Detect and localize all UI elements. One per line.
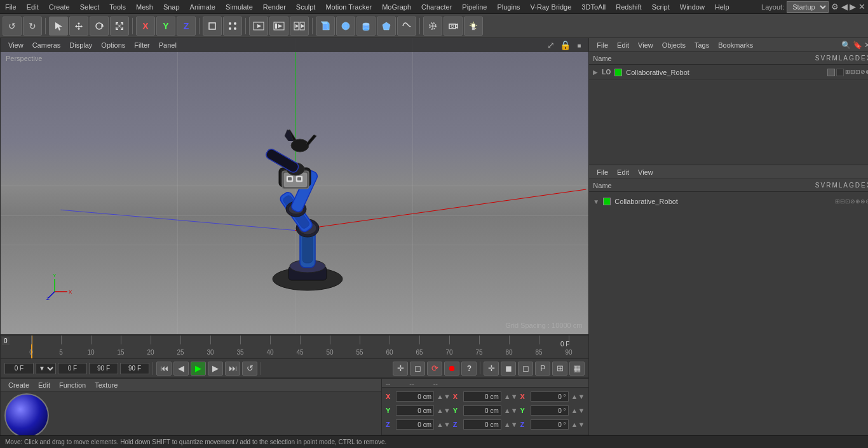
goto-end-button[interactable]: ⏭ (225, 362, 240, 376)
menu-snap[interactable]: Snap (158, 2, 185, 12)
points-mode-button[interactable] (223, 17, 242, 36)
autokey-button[interactable]: ⟳ (427, 362, 442, 376)
coord-y-rot[interactable] (531, 405, 569, 416)
menu-render[interactable]: Render (258, 2, 291, 12)
menu-redshift[interactable]: Redshift (611, 2, 646, 12)
menu-3dtoall[interactable]: 3DToAll (576, 2, 611, 12)
mat-menu-edit[interactable]: Edit (34, 380, 54, 390)
camera-button[interactable] (444, 17, 463, 36)
coord-y-pos[interactable] (396, 405, 434, 416)
render-all-button[interactable] (290, 17, 309, 36)
loop-button[interactable]: ↺ (242, 362, 257, 376)
obj-row-0[interactable]: ▶ LO Collaborative_Robot ⊞⊟⊡⊘⊕ (589, 65, 868, 80)
menu-file[interactable]: File (0, 2, 22, 12)
obj-menu-view[interactable]: View (634, 40, 657, 50)
vp-menu-view[interactable]: View (4, 40, 27, 50)
animation-mode-button[interactable]: ◼ (501, 362, 516, 376)
frame-mode-button[interactable]: ▦ (569, 362, 585, 376)
vp-menu-panel[interactable]: Panel (155, 40, 180, 50)
coord-x-pos[interactable] (396, 391, 434, 402)
cylinder-button[interactable] (356, 17, 376, 36)
play-button[interactable]: ▶ (191, 362, 206, 376)
mat-menu-create[interactable]: Create (4, 380, 33, 390)
coord-x-arrow[interactable]: ▲▼ (437, 393, 451, 400)
menu-window[interactable]: Window (675, 2, 710, 12)
light-button[interactable] (464, 17, 483, 36)
timeline[interactable]: 0 0 5 10 15 20 25 30 35 40 45 50 55 (1, 335, 588, 359)
rotate-tool-button[interactable] (90, 17, 109, 36)
coord-y-arrow-3[interactable]: ▲▼ (571, 407, 585, 414)
menu-motion-tracker[interactable]: Motion Tracker (320, 2, 377, 12)
menu-select[interactable]: Select (75, 2, 105, 12)
playback-options-button[interactable]: P (535, 362, 550, 376)
vp-menu-filter[interactable]: Filter (130, 40, 153, 50)
attr-menu-file[interactable]: File (593, 167, 612, 177)
attr-menu-view[interactable]: View (634, 167, 657, 177)
menu-mesh[interactable]: Mesh (131, 2, 158, 12)
coord-y-pos-2[interactable] (463, 405, 501, 416)
menu-vray-bridge[interactable]: V-Ray Bridge (526, 2, 577, 12)
vp-menu-display[interactable]: Display (65, 40, 96, 50)
polygon-button[interactable] (377, 17, 396, 36)
render-frame-button[interactable] (269, 17, 288, 36)
preview-mode-button[interactable]: ◻ (518, 362, 533, 376)
vp-icon-close[interactable]: ■ (573, 39, 585, 51)
motion-key-button[interactable]: ✛ (484, 362, 499, 376)
coord-y-arrow[interactable]: ▲▼ (437, 407, 451, 414)
menu-animate[interactable]: Animate (185, 2, 220, 12)
object-mode-button[interactable] (203, 17, 222, 36)
cube-button[interactable] (316, 17, 335, 36)
close-icon[interactable]: ✕ (864, 41, 868, 50)
obj-menu-tags[interactable]: Tags (691, 40, 713, 50)
z-axis-button[interactable]: Z (177, 17, 196, 36)
step-forward-button[interactable]: ▶ (208, 362, 223, 376)
vp-menu-options[interactable]: Options (97, 40, 129, 50)
layout-icons[interactable]: ⚙ ◀ ▶ ✕ (831, 2, 865, 11)
obj-menu-bookmarks[interactable]: Bookmarks (714, 40, 757, 50)
menu-sculpt[interactable]: Sculpt (291, 2, 321, 12)
coord-z-pos[interactable] (396, 419, 434, 430)
coord-z-arrow[interactable]: ▲▼ (437, 421, 451, 428)
menu-character[interactable]: Character (416, 2, 457, 12)
move-tool-button[interactable] (69, 17, 88, 36)
help-button[interactable]: ? (461, 362, 477, 376)
attr-expand-icon[interactable]: ▼ (593, 198, 599, 205)
coord-x-pos-2[interactable] (463, 391, 501, 402)
step-back-button[interactable]: ◀ (173, 362, 189, 376)
playback-current-frame[interactable] (4, 363, 34, 374)
undo-button[interactable]: ↺ (3, 17, 22, 36)
playback-start-frame[interactable] (58, 363, 87, 374)
attr-row-0[interactable]: ▼ Collaborative_Robot ⊞⊟⊡⊘⊕⊗⊙ (593, 194, 868, 208)
menu-tools[interactable]: Tools (104, 2, 131, 12)
freeform-button[interactable] (397, 17, 416, 36)
playback-end-frame-2[interactable] (120, 363, 149, 374)
scale-tool-button[interactable] (110, 17, 129, 36)
obj-menu-file[interactable]: File (593, 40, 612, 50)
coord-z-pos-2[interactable] (463, 419, 501, 430)
vp-menu-cameras[interactable]: Cameras (29, 40, 65, 50)
playback-end-frame-1[interactable] (89, 363, 118, 374)
obj-expand-icon[interactable]: ▶ (593, 69, 598, 76)
coord-z-arrow-3[interactable]: ▲▼ (571, 421, 585, 428)
menu-script[interactable]: Script (647, 2, 675, 12)
menu-pipeline[interactable]: Pipeline (457, 2, 492, 12)
coord-z-arrow-2[interactable]: ▲▼ (504, 421, 518, 428)
menu-help[interactable]: Help (710, 2, 735, 12)
select-tool-button[interactable] (49, 17, 68, 36)
coord-x-rot[interactable] (531, 391, 569, 402)
menu-mograph[interactable]: MoGraph (377, 2, 416, 12)
layout-select[interactable]: Startup (787, 1, 829, 13)
menu-create[interactable]: Create (44, 2, 75, 12)
material-sphere[interactable] (4, 393, 49, 438)
bookmark-icon[interactable]: 🔖 (853, 41, 862, 50)
render-preview-button[interactable] (249, 17, 268, 36)
coord-z-rot[interactable] (531, 419, 569, 430)
vp-icon-lock[interactable]: 🔒 (559, 39, 571, 51)
coord-x-arrow-2[interactable]: ▲▼ (504, 393, 518, 400)
menu-edit[interactable]: Edit (22, 2, 44, 12)
vp-icon-expand[interactable]: ⤢ (545, 39, 557, 51)
obj-menu-objects[interactable]: Objects (658, 40, 689, 50)
mat-menu-function[interactable]: Function (55, 380, 90, 390)
grid-button[interactable]: ⊞ (552, 362, 567, 376)
x-axis-button[interactable]: X (136, 17, 155, 36)
